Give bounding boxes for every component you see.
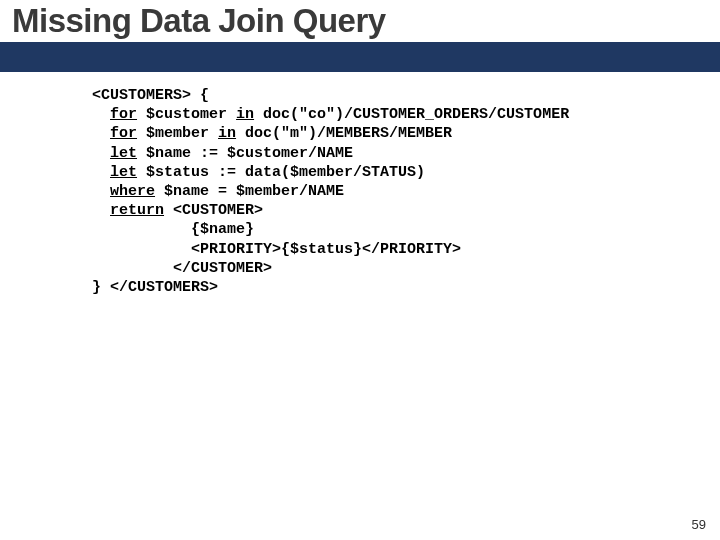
code-text: $customer [137, 106, 236, 123]
keyword-in: in [236, 106, 254, 123]
code-line: <PRIORITY>{$status}</PRIORITY> [92, 241, 461, 258]
code-line: <CUSTOMERS> { [92, 87, 209, 104]
slide-title: Missing Data Join Query [0, 2, 720, 42]
title-bar: Missing Data Join Query [0, 0, 720, 42]
code-text: doc("m")/MEMBERS/MEMBER [236, 125, 452, 142]
keyword-let: let [110, 145, 137, 162]
keyword-return: return [110, 202, 164, 219]
code-text: $member [137, 125, 218, 142]
code-line: </CUSTOMER> [92, 260, 272, 277]
keyword-for: for [110, 125, 137, 142]
code-line: {$name} [92, 221, 254, 238]
keyword-in: in [218, 125, 236, 142]
keyword-for: for [110, 106, 137, 123]
code-text: <CUSTOMER> [164, 202, 263, 219]
keyword-where: where [110, 183, 155, 200]
code-text: $status := data($member/STATUS) [137, 164, 425, 181]
code-text: $name := $customer/NAME [137, 145, 353, 162]
code-text: doc("co")/CUSTOMER_ORDERS/CUSTOMER [254, 106, 569, 123]
page-number: 59 [692, 517, 706, 532]
header-band [0, 42, 720, 72]
code-block: <CUSTOMERS> { for $customer in doc("co")… [92, 86, 720, 297]
keyword-let: let [110, 164, 137, 181]
code-line: } </CUSTOMERS> [92, 279, 218, 296]
code-text: $name = $member/NAME [155, 183, 344, 200]
